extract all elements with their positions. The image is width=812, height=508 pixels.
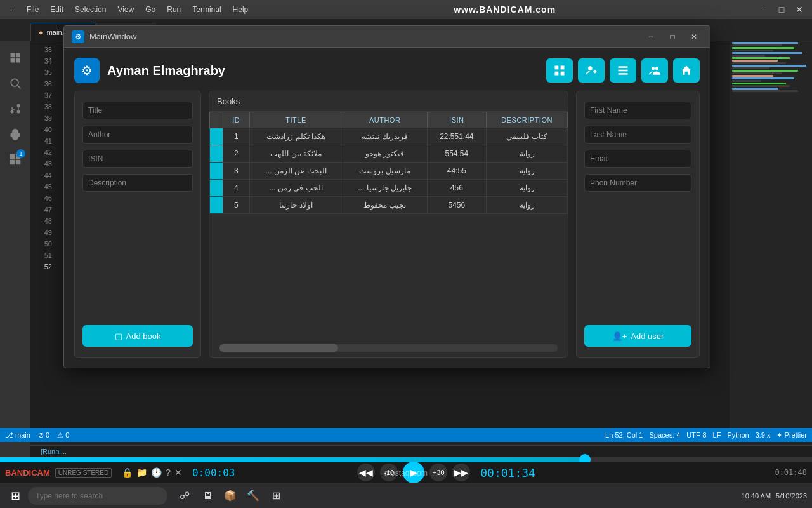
books-nav-button[interactable] (546, 58, 573, 83)
status-version: 3.9.x (756, 431, 771, 439)
svg-rect-6 (10, 154, 15, 159)
app-header-icon: ⚙ (74, 58, 100, 83)
add-book-icon: ▢ (115, 331, 122, 341)
add-book-button[interactable]: ▢ Add book (82, 325, 193, 347)
svg-point-20 (652, 67, 655, 70)
svg-rect-13 (561, 66, 565, 70)
col-id: ID (223, 112, 250, 128)
description-input[interactable] (82, 174, 193, 192)
maximize-button[interactable]: □ (774, 2, 789, 17)
menu-run[interactable]: Run (162, 3, 186, 17)
taskbar-date: 5/10/2023 (776, 492, 807, 500)
app-header: ⚙ Ayman Elmaghraby (74, 58, 700, 83)
app-main-content: ▢ Add book Books ID TITLE (74, 91, 700, 358)
first-name-input[interactable] (584, 102, 691, 119)
app-titlebar: ⚙ MainWindow − □ ✕ (64, 26, 710, 48)
taskbar-icon-4[interactable]: 🔨 (244, 486, 263, 505)
svg-point-16 (588, 66, 593, 70)
taskbar-icon-3[interactable]: 📦 (221, 486, 240, 505)
taskbar-time: 10:40 AM (742, 492, 771, 500)
svg-point-3 (17, 104, 20, 107)
books-panel-title: Books (209, 91, 568, 112)
status-position: Ln 52, Col 1 (605, 431, 643, 439)
books-table-wrapper[interactable]: ID TITLE AUTHOR ISIN DESCRIPTION 1 هكذا … (209, 112, 568, 339)
bandicam-unreg: UNREGISTERED (55, 468, 112, 478)
taskbar-icons: ☍ 🖥 📦 🔨 ⊞ (175, 486, 285, 505)
minimize-button[interactable]: − (756, 2, 771, 17)
email-input[interactable] (584, 150, 691, 168)
taskbar-icon-5[interactable]: ⊞ (266, 486, 285, 505)
activity-search[interactable] (4, 72, 27, 95)
close-button[interactable]: ✕ (792, 2, 807, 17)
status-prettier: ✦ Prettier (776, 431, 807, 439)
menu-help[interactable]: Help (228, 3, 254, 17)
phone-input[interactable] (584, 174, 691, 192)
app-minimize[interactable]: − (643, 30, 659, 43)
app-close[interactable]: ✕ (686, 30, 702, 43)
author-input[interactable] (82, 126, 193, 144)
col-title: TITLE (249, 112, 343, 128)
bandicam-icon-lock[interactable]: 🔒 (122, 467, 133, 478)
user-form-panel: 👤+ Add user (576, 91, 700, 358)
play-button[interactable]: ▶ (403, 462, 424, 483)
add-book-label: Add book (126, 331, 161, 341)
line-numbers: 333435 363738 394041 424344 454647 48495… (30, 41, 57, 432)
svg-rect-8 (10, 160, 15, 165)
skip-back-button[interactable]: -10 (380, 464, 398, 481)
user-add-button[interactable] (578, 58, 605, 83)
bandicam-icon-folder[interactable]: 📁 (136, 467, 147, 478)
menu-go[interactable]: Go (140, 3, 160, 17)
taskbar-icon-1[interactable]: ☍ (175, 486, 194, 505)
minimap-panel (730, 41, 812, 432)
add-user-button[interactable]: 👤+ Add user (584, 325, 691, 347)
app-maximize[interactable]: □ (664, 30, 681, 43)
menu-terminal[interactable]: Terminal (187, 3, 226, 17)
svg-rect-18 (619, 70, 628, 72)
back-button[interactable]: ← (5, 2, 20, 17)
menu-file[interactable]: File (22, 3, 44, 17)
svg-rect-14 (555, 72, 559, 76)
taskbar-icon-2[interactable]: 🖥 (198, 486, 217, 505)
skip-forward-button[interactable]: +30 (429, 464, 447, 481)
start-button[interactable]: ⊞ (5, 486, 25, 506)
app-header-name: Ayman Elmaghraby (107, 64, 539, 78)
menu-edit[interactable]: Edit (45, 3, 69, 17)
table-row[interactable]: 3 البحث عن الزمن ... مارسيل بروست 44:55 … (210, 163, 568, 180)
activity-source-control[interactable] (4, 97, 27, 120)
fast-forward-button[interactable]: ▶▶ (452, 464, 470, 481)
taskbar: ⊞ ☍ 🖥 📦 🔨 ⊞ 10:40 AM 5/10/2023 (0, 483, 812, 508)
svg-rect-17 (619, 66, 628, 68)
rewind-button[interactable]: ◀◀ (357, 464, 375, 481)
menu-selection[interactable]: Selection (70, 3, 111, 17)
status-errors: ⊘ 0 (38, 431, 49, 439)
activity-explorer[interactable] (4, 46, 27, 69)
books-table: ID TITLE AUTHOR ISIN DESCRIPTION 1 هكذا … (209, 112, 568, 214)
svg-point-2 (11, 110, 14, 114)
activity-debug[interactable] (4, 123, 27, 145)
bandicam-icon-close[interactable]: ✕ (174, 467, 182, 478)
table-row[interactable]: 5 اولاد حارتنا نجيب محفوظ 5456 رواية (210, 197, 568, 214)
bandicam-icon-help[interactable]: ? (166, 467, 171, 478)
bandicam-main-timer: 00:01:34 (480, 466, 535, 479)
app-icon: ⚙ (72, 30, 84, 43)
table-row[interactable]: 2 ملائكة بين اللهب فيكتور هوجو 554:54 رو… (210, 145, 568, 163)
title-input[interactable] (82, 102, 193, 119)
menu-view[interactable]: View (112, 3, 139, 17)
taskbar-search[interactable] (28, 487, 167, 505)
bandicam-icon-clock[interactable]: 🕐 (151, 467, 162, 478)
svg-line-1 (18, 86, 21, 89)
svg-rect-19 (619, 73, 628, 75)
tab-icon: ● (39, 29, 43, 36)
isin-input[interactable] (82, 150, 193, 168)
users-button[interactable] (641, 58, 668, 83)
table-row[interactable]: 4 الحب في زمن ... جابريل جارسيا ... 456 … (210, 180, 568, 197)
home-button[interactable] (673, 58, 700, 83)
svg-rect-9 (16, 160, 21, 165)
list-button[interactable] (610, 58, 636, 83)
activity-extensions[interactable]: 1 (4, 148, 27, 171)
table-row[interactable]: 1 هكذا تكلم زرادشت فريدريك نيتشه 22:551:… (210, 128, 568, 145)
table-scrollbar[interactable] (219, 344, 558, 352)
app-window: ⚙ MainWindow − □ ✕ ⚙ Ayman Elmaghraby (63, 25, 710, 368)
last-name-input[interactable] (584, 126, 691, 144)
status-language: Python (727, 431, 749, 439)
